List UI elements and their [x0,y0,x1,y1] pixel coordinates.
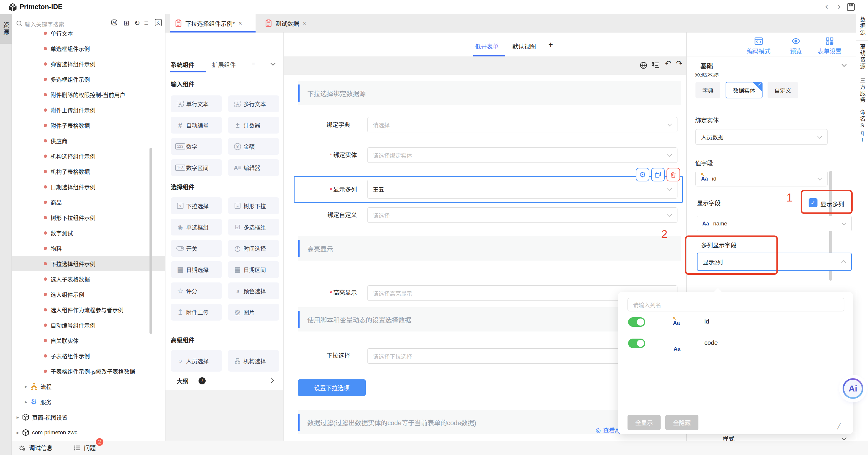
bind-dict-select[interactable]: 请选择 [367,117,677,132]
debug-info-button[interactable]: 调试信息 [18,444,53,452]
value-field-select[interactable]: Aa id [695,171,828,186]
column-toggle-id[interactable] [628,317,645,327]
palette-item-tree-select[interactable]: ≡树形下拉 [228,198,279,214]
code-mode-button[interactable]: 编码模式 [747,37,771,55]
tree-item[interactable]: 数字测试 [12,225,165,241]
refresh-icon[interactable]: ↻ [134,19,140,27]
tree-item[interactable]: 多选框组件示例 [12,71,165,87]
close-icon[interactable]: × [303,20,306,27]
component-delete-button[interactable] [666,168,680,181]
tree-group-flow[interactable]: ▸流程 [12,379,165,394]
i18n-globe-icon[interactable] [639,61,648,69]
palette-tab-system[interactable]: 系统组件 [171,60,194,69]
palette-tab-extended[interactable]: 扩展组件 [212,60,236,69]
multi-column-checkbox[interactable]: ✓ [809,198,817,207]
tree-item[interactable]: 物料 [12,241,165,256]
problems-button[interactable]: 问题 [73,444,96,452]
tree-item[interactable]: 选人组件作为流程参与者示例 [12,302,165,317]
save-icon[interactable] [846,2,856,12]
tree-item[interactable]: 单行文本 [12,30,165,41]
preview-button[interactable]: 预览 [790,37,802,55]
tree-item[interactable]: 供应商 [12,133,165,148]
add-view-tab-button[interactable]: + [548,40,553,49]
hide-all-button[interactable]: 全隐藏 [665,415,699,430]
sort-list-icon[interactable]: ≡ [144,19,148,27]
component-settings-button[interactable]: ⚙ [636,168,649,181]
new-component-icon[interactable]: ⊞ [123,19,129,27]
inspector-bind-entity-select[interactable]: 人员数据 [695,129,828,145]
tree-item[interactable]: 附件子表格数据 [12,118,165,133]
multi-display-field-select[interactable]: 显示2列 [697,253,852,271]
editor-tab-active[interactable]: 下拉选择组件示例* × [170,14,255,32]
nav-back-button[interactable]: ‹ [821,1,832,11]
palette-item-single-line-text[interactable]: A单行文本 [171,95,222,112]
form-settings-button[interactable]: 表单设置 [818,37,841,55]
palette-item-date-range[interactable]: ▦日期区间 [228,261,279,278]
source-tab-data-entity[interactable]: 数据实体✓ [725,82,763,98]
component-copy-button[interactable] [651,168,665,181]
palette-collapse-icon[interactable] [271,61,276,66]
outline-bar[interactable]: 大纲 i [165,372,284,390]
translate-icon[interactable]: 文 [155,19,162,26]
tree-item[interactable]: 单选框组件示例 [12,41,165,56]
multi-column-select[interactable]: 王五 [367,180,677,199]
palette-item-amount[interactable]: ¥金额 [228,138,279,155]
tree-item[interactable]: 子表格组件示例 [12,348,165,363]
palette-item-counter[interactable]: ±计数器 [228,117,279,133]
palette-item-multi-line-text[interactable]: A多行文本 [228,95,279,112]
palette-item-person-select[interactable]: ○人员选择 [171,350,222,372]
inspector-section-basic[interactable]: 基础 [701,61,713,70]
tree-item[interactable]: 树形下拉组件示例 [12,210,165,225]
bind-entity-select[interactable]: 请选择绑定实体 [367,147,677,163]
chevron-right-icon[interactable] [269,377,274,383]
column-search-input[interactable]: 请输入列名 [627,298,844,311]
resize-handle[interactable]: ╱ [837,423,840,430]
tree-item[interactable]: 选人组件示例 [12,286,165,302]
view-tab-lowcode-form[interactable]: 低开表单 [475,42,499,51]
chevron-down-icon[interactable] [842,62,847,67]
rail-tab-named-sql[interactable]: 命名Sql [856,109,868,144]
palette-item-select[interactable]: ∨下拉选择 [171,198,222,214]
tree-item[interactable]: 商品 [12,194,165,210]
inspector-section-style[interactable]: 样式 [723,434,735,441]
palette-item-rating[interactable]: ☆评分 [171,282,222,299]
tree-item[interactable]: 附件上传组件示例 [12,102,165,118]
activity-tab-resources[interactable]: 资源 [0,14,12,44]
tree-item-selected[interactable]: 下拉选择组件示例 [12,256,165,271]
tree-group-service[interactable]: ▸⚙服务 [12,394,165,410]
view-tab-default-view[interactable]: 默认视图 [512,42,536,51]
tree-item[interactable]: 自关联实体 [12,333,165,348]
palette-item-color-picker[interactable]: ◑颜色选择 [228,282,279,299]
chevron-right-icon[interactable]: ▸ [17,430,19,436]
palette-item-checkbox-group[interactable]: ☑多选框组 [228,219,279,236]
rail-tab-third-party-services[interactable]: 三方服务 [856,78,868,103]
source-tab-dict[interactable]: 字典 [695,82,720,98]
tree-item[interactable]: 弹窗选择组件示例 [12,56,165,71]
chevron-right-icon[interactable]: ▸ [25,384,28,390]
source-tab-custom[interactable]: 自定义 [768,82,798,98]
palette-menu-icon[interactable]: ≡ [252,61,255,67]
palette-item-editor[interactable]: A≡编辑器 [228,159,279,176]
palette-item-org-select[interactable]: 品机构选择 [228,350,279,372]
close-icon[interactable]: × [239,20,242,27]
palette-item-switch[interactable]: 开关 [171,240,222,257]
palette-item-radio-group[interactable]: ◉单选框组 [171,219,222,236]
palette-item-number-range[interactable]: 1~3数字区间 [171,159,222,176]
palette-item-auto-number[interactable]: #自动编号 [171,117,222,133]
multi-column-checkbox-label[interactable]: 显示多列 [820,200,844,208]
tree-item[interactable]: 自动编号组件示例 [12,317,165,333]
tree-item[interactable]: 机构子表格数据 [12,164,165,179]
chevron-right-icon[interactable]: ▸ [17,414,19,420]
tree-item[interactable]: 子表格组件示例-js修改子表格数据 [12,363,165,379]
tree-item[interactable]: 附件删除的权限控制-当前用户 [12,87,165,102]
redo-icon[interactable]: ↷ [676,59,683,68]
show-all-button[interactable]: 全显示 [627,415,660,430]
nav-forward-button[interactable]: › [834,1,844,11]
rail-tab-datasource[interactable]: 数据源 [856,17,868,36]
display-field-select[interactable]: Aa name [696,216,852,231]
bind-custom-select[interactable]: 请选择 [367,207,677,223]
tree-item[interactable]: 日期选择组件示例 [12,179,165,194]
rail-tab-offline-resources[interactable]: 离线资源 [856,44,868,70]
tree-package[interactable]: ▸com.primeton.zwc [12,425,165,440]
palette-item-image[interactable]: ▨图片 [228,304,279,321]
